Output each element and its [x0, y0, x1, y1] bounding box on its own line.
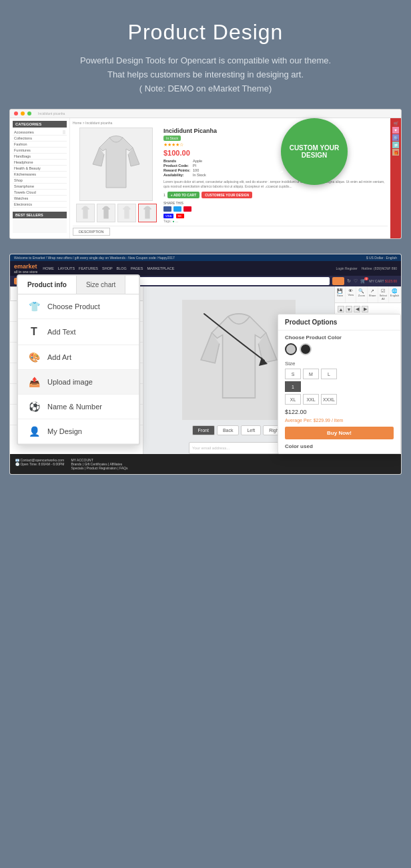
- panel-tab-product-info[interactable]: Product info: [18, 276, 77, 294]
- panel-add-text[interactable]: T Add Text: [18, 319, 139, 345]
- size-m-option[interactable]: M: [303, 369, 319, 379]
- pinterest-share[interactable]: [183, 206, 191, 212]
- sizes-row-2: 1: [285, 381, 394, 392]
- cat-towels: Towels Cloud: [13, 190, 67, 196]
- size-1-option[interactable]: 1: [285, 381, 301, 392]
- cat-handbags: Handbags: [13, 154, 67, 160]
- add-to-cart-button[interactable]: + ADD TO CART: [167, 192, 199, 198]
- panel-shirt-icon: 👕: [27, 301, 41, 312]
- product-rating: ★★★★☆: [163, 142, 388, 148]
- product-price: $100.00: [163, 149, 388, 157]
- thumb-3[interactable]: [117, 204, 136, 222]
- login-register-link[interactable]: Login Register: [336, 266, 357, 270]
- emarket-nav: emarket all in one store HOME LAYOUTS FE…: [10, 261, 401, 276]
- panel-number-icon: ⚽: [27, 401, 41, 412]
- panel-choose-product[interactable]: 👕 Choose Product: [18, 294, 139, 319]
- thumb-4-active[interactable]: [138, 204, 157, 222]
- buy-now-button[interactable]: Buy Now!: [285, 427, 394, 439]
- breadcrumb: Home > Incididunt picanha: [73, 121, 388, 125]
- cart-icon-toolbar[interactable]: 🛒: [392, 120, 399, 126]
- nav-dot-red: [14, 112, 18, 116]
- cat-kitchenwares: Kitchenwares: [13, 172, 67, 178]
- panel-name-number[interactable]: ⚽ Name & Number: [18, 395, 139, 419]
- tags-row: Tags: ● ...: [163, 219, 388, 223]
- thumb-1[interactable]: [76, 204, 95, 222]
- size-l-option[interactable]: L: [321, 369, 337, 379]
- page-header: Product Design Powerful Design Tools for…: [0, 0, 411, 109]
- page-title: Product Design: [27, 20, 384, 45]
- heart-icon-toolbar[interactable]: ♥: [392, 127, 399, 134]
- twitter-share[interactable]: [173, 206, 181, 212]
- meta-brand: BrandsApple: [163, 159, 388, 163]
- gift-icon-toolbar[interactable]: 🎁: [392, 149, 399, 156]
- nav-shop[interactable]: SHOP: [102, 266, 113, 270]
- view-icon[interactable]: 👁 View: [346, 286, 356, 302]
- scroll-down[interactable]: ▼: [346, 306, 352, 312]
- best-sellers-label: BEST SELLERS: [13, 212, 67, 218]
- language-icon[interactable]: 🌐 English: [389, 286, 401, 302]
- cat-shop: Shop: [13, 178, 67, 184]
- nav-pages[interactable]: PAGES: [131, 266, 143, 270]
- panel-user-icon: 👤: [27, 426, 41, 437]
- options-price: $122.00: [285, 409, 394, 415]
- cat-smartphone: Smartphone: [13, 184, 67, 190]
- search-submit-button[interactable]: [332, 277, 344, 285]
- panel-art-icon: 🎨: [27, 352, 41, 363]
- scroll-right[interactable]: ▶: [362, 306, 368, 312]
- color-swatch-black[interactable]: [300, 343, 312, 355]
- scroll-left[interactable]: ◀: [354, 306, 360, 312]
- top-demo-screenshot: Incididunt picanha CATEGORIES Accessorie…: [9, 109, 402, 239]
- view-left[interactable]: Left: [241, 425, 261, 435]
- wishlist-icon[interactable]: ♡: [354, 278, 358, 284]
- description-tab[interactable]: DESCRIPTION: [73, 228, 110, 236]
- nav-dot-yellow: [21, 112, 25, 116]
- cart-label: MY CART $123.00: [369, 279, 397, 283]
- compare-icon-toolbar[interactable]: ⇄: [392, 142, 399, 148]
- nav-layouts[interactable]: LAYOUTS: [58, 266, 75, 270]
- view-front[interactable]: Front: [192, 425, 215, 435]
- panel-upload-image[interactable]: 📤 Upload image: [18, 370, 139, 395]
- search-icon-toolbar[interactable]: 🔍: [392, 134, 399, 141]
- size-xxxl-option[interactable]: XXXL: [321, 394, 337, 405]
- emarket-logo: emarket all in one store: [14, 263, 37, 274]
- footer-contact: 📧 Contact@opencartworks.com 🕐 Open Time:…: [15, 458, 65, 470]
- zoom-icon[interactable]: 🔍 Zoom: [356, 286, 367, 302]
- screenshot-nav-bar: Incididunt picanha: [10, 110, 401, 118]
- sizes-row-1: S M L: [285, 369, 394, 379]
- panel-overlay-tabs: Product info Size chart: [18, 276, 139, 294]
- panel-tab-size-chart[interactable]: Size chart: [77, 276, 125, 294]
- cat-watches: Watches: [13, 196, 67, 202]
- share-icon[interactable]: ↗ Share: [368, 286, 378, 302]
- email-placeholder: Your email address...: [192, 446, 230, 450]
- panel-add-art[interactable]: 🎨 Add Art: [18, 345, 139, 370]
- size-xxl-option[interactable]: XXL: [303, 394, 319, 405]
- category-sidebar: CATEGORIES Accessories Collections Fashi…: [10, 118, 70, 238]
- arrow-annotation-svg: [197, 307, 278, 374]
- panel-my-design[interactable]: 👤 My Design: [18, 419, 139, 444]
- panel-overlay-enlarged: Product info Size chart 👕 Choose Product…: [17, 274, 140, 445]
- select-all-icon[interactable]: ☑ Select All: [378, 286, 389, 302]
- view-back[interactable]: Back: [217, 425, 240, 435]
- cart-area: ↻ ♡ 🛒 0 MY CART $123.00: [347, 278, 397, 284]
- thumb-2[interactable]: [97, 204, 115, 222]
- nav-items: HOME LAYOUTS FEATURES SHOP BLOG PAGES MA…: [43, 266, 174, 270]
- spacer-between-screenshots: [0, 246, 411, 254]
- email-input[interactable]: Your email address...: [189, 442, 289, 454]
- subtitle-line-2: That helps customers be interesting in d…: [27, 68, 384, 82]
- refresh-icon[interactable]: ↻: [347, 278, 351, 284]
- nav-marketplace[interactable]: MARKETPLACE: [147, 266, 174, 270]
- save-icon[interactable]: 💾 Save: [335, 286, 346, 302]
- nav-blog[interactable]: BLOG: [117, 266, 127, 270]
- cat-health: Health & Beauty: [13, 166, 67, 172]
- svg-marker-1: [259, 357, 268, 366]
- size-xl-option[interactable]: XL: [285, 394, 301, 405]
- nav-home[interactable]: HOME: [43, 266, 54, 270]
- color-swatch-grey[interactable]: [285, 343, 297, 355]
- bottom-demo-screenshot: Welcome to Emarket ! Wrap new offers / g…: [9, 254, 402, 475]
- size-s-option[interactable]: S: [285, 369, 301, 379]
- nav-features[interactable]: FEATURES: [79, 266, 98, 270]
- cart-icon[interactable]: 🛒 0: [360, 278, 366, 284]
- scroll-up[interactable]: ▲: [338, 306, 344, 312]
- facebook-share[interactable]: [163, 206, 171, 212]
- cat-collections: Collections: [13, 136, 67, 142]
